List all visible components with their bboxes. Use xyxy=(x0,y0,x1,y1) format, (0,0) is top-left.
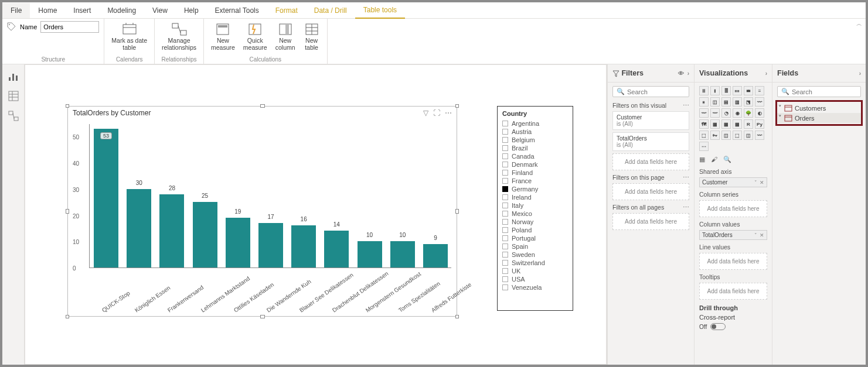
checkbox-icon[interactable] xyxy=(502,137,508,143)
slicer-item[interactable]: Poland xyxy=(502,226,568,234)
chart-bar[interactable]: 14 xyxy=(324,231,349,267)
slicer-item[interactable]: Norway xyxy=(502,218,568,226)
viz-type-icon[interactable]: Py xyxy=(755,119,764,129)
viz-type-icon[interactable]: 〰 xyxy=(755,97,764,107)
viz-type-icon[interactable]: ◫ xyxy=(744,131,753,140)
chart-bar[interactable]: 16 xyxy=(291,225,316,267)
viz-type-icon[interactable]: 〰 xyxy=(710,108,720,118)
menu-external-tools[interactable]: External Tools xyxy=(207,3,267,18)
slicer-item[interactable]: Venezuela xyxy=(502,283,568,291)
checkbox-icon[interactable] xyxy=(502,284,508,290)
viz-type-icon[interactable]: ⫼ xyxy=(699,86,709,95)
checkbox-icon[interactable] xyxy=(502,243,508,249)
checkbox-icon[interactable] xyxy=(502,260,508,266)
format-tab-icon[interactable]: 🖌 xyxy=(711,156,717,163)
data-view-icon[interactable] xyxy=(8,90,19,102)
chevron-down-icon[interactable]: ˅ xyxy=(754,180,757,186)
slicer-item[interactable]: UK xyxy=(502,267,568,275)
checkbox-icon[interactable] xyxy=(502,186,508,192)
checkbox-icon[interactable] xyxy=(502,268,508,274)
slicer-item[interactable]: Germany xyxy=(502,185,568,193)
chart-bar[interactable]: 30 xyxy=(127,189,151,267)
ribbon-collapse-button[interactable]: ︿ xyxy=(856,20,862,28)
filter-icon[interactable]: ▽ xyxy=(423,109,428,117)
new-table-button[interactable]: New table xyxy=(301,21,322,52)
menu-insert[interactable]: Insert xyxy=(65,3,99,18)
checkbox-icon[interactable] xyxy=(502,211,508,217)
slicer-item[interactable]: Switzerland xyxy=(502,259,568,267)
eye-icon[interactable]: 👁 xyxy=(678,70,684,77)
new-column-button[interactable]: New column xyxy=(273,21,298,52)
fields-search[interactable]: 🔍 xyxy=(777,86,861,97)
slicer-item[interactable]: Denmark xyxy=(502,160,568,169)
viz-type-icon[interactable]: ≣ xyxy=(721,86,731,95)
slicer-item[interactable]: Italy xyxy=(502,201,568,210)
more-icon[interactable]: ⋯ xyxy=(683,174,689,181)
viz-type-icon[interactable]: ▥ xyxy=(733,97,742,107)
manage-relationships-button[interactable]: Manage relationships xyxy=(159,21,199,52)
chart-bar[interactable]: 19 xyxy=(226,218,250,267)
viz-type-icon[interactable]: 🗺 xyxy=(699,119,709,129)
viz-type-icon[interactable]: ⬔ xyxy=(744,97,753,107)
filters-visual-dropwell[interactable]: Add data fields here xyxy=(612,153,689,170)
report-canvas[interactable]: TotalOrders by Customer ▽ ⛶ ⋯ 5330282519… xyxy=(25,64,607,365)
collapse-icon[interactable]: › xyxy=(687,70,689,77)
focus-mode-icon[interactable]: ⛶ xyxy=(433,109,440,117)
viz-type-icon[interactable]: 〰 xyxy=(755,131,764,140)
checkbox-icon[interactable] xyxy=(502,178,508,184)
viz-type-icon[interactable]: ▦ xyxy=(721,119,731,129)
viz-type-icon[interactable]: R xyxy=(744,119,753,129)
checkbox-icon[interactable] xyxy=(502,219,508,225)
checkbox-icon[interactable] xyxy=(502,227,508,233)
menu-view[interactable]: View xyxy=(144,3,176,18)
checkbox-icon[interactable] xyxy=(502,129,508,135)
remove-icon[interactable]: ✕ xyxy=(760,180,764,186)
viz-type-icon[interactable]: ⫿ xyxy=(710,86,720,95)
menu-data-drill[interactable]: Data / Drill xyxy=(306,3,355,18)
new-measure-button[interactable]: New measure xyxy=(209,21,237,52)
chart-bar[interactable]: 28 xyxy=(159,194,184,267)
country-slicer[interactable]: Country ArgentinaAustriaBelgiumBrazilCan… xyxy=(497,106,573,311)
checkbox-icon[interactable] xyxy=(502,170,508,176)
report-view-icon[interactable] xyxy=(8,70,19,82)
resize-handle[interactable] xyxy=(66,104,69,108)
checkbox-icon[interactable] xyxy=(502,276,508,282)
table-name-input[interactable] xyxy=(40,21,99,33)
viz-type-icon[interactable]: ▤ xyxy=(721,97,731,107)
checkbox-icon[interactable] xyxy=(502,145,508,151)
filters-search-input[interactable] xyxy=(627,88,694,95)
tooltips-well[interactable]: Add data fields here xyxy=(699,283,767,300)
viz-type-icon[interactable]: ⩸ xyxy=(744,86,753,95)
checkbox-icon[interactable] xyxy=(502,203,508,208)
collapse-icon[interactable]: › xyxy=(765,70,767,77)
slicer-item[interactable]: Belgium xyxy=(502,136,568,144)
slicer-item[interactable]: Mexico xyxy=(502,210,568,218)
column-series-well[interactable]: Add data fields here xyxy=(699,200,767,217)
viz-type-icon[interactable]: ⬚ xyxy=(699,131,709,140)
viz-type-icon[interactable]: 〰 xyxy=(699,108,709,118)
viz-type-icon[interactable]: ⬚ xyxy=(733,131,742,140)
fields-tab-icon[interactable]: ▦ xyxy=(699,156,705,163)
viz-type-icon[interactable]: ◐ xyxy=(755,108,764,118)
checkbox-icon[interactable] xyxy=(502,252,508,258)
viz-type-icon[interactable]: ◫ xyxy=(721,131,731,140)
filters-search[interactable]: 🔍 xyxy=(612,86,689,97)
viz-type-icon[interactable]: ◉ xyxy=(733,108,742,118)
analytics-tab-icon[interactable]: 🔍 xyxy=(723,156,731,163)
chart-bar[interactable]: 25 xyxy=(193,202,217,267)
menu-table-tools[interactable]: Table tools xyxy=(355,2,405,19)
resize-handle[interactable] xyxy=(455,209,459,214)
filter-card-totalorders[interactable]: TotalOrders is (All) xyxy=(612,132,689,151)
chevron-down-icon[interactable]: ˅ xyxy=(754,232,757,238)
slicer-item[interactable]: Argentina xyxy=(502,119,568,128)
resize-handle[interactable] xyxy=(260,315,265,318)
viz-type-icon[interactable]: ◫ xyxy=(710,97,720,107)
column-values-chip[interactable]: TotalOrders ˅✕ xyxy=(699,230,767,240)
resize-handle[interactable] xyxy=(455,315,459,318)
viz-type-icon[interactable]: ▦ xyxy=(710,119,720,129)
menu-help[interactable]: Help xyxy=(176,3,207,18)
viz-type-icon[interactable]: ≡ xyxy=(755,86,764,95)
checkbox-icon[interactable] xyxy=(502,235,508,241)
line-values-well[interactable]: Add data fields here xyxy=(699,253,767,270)
chart-bar[interactable]: 17 xyxy=(258,223,283,267)
